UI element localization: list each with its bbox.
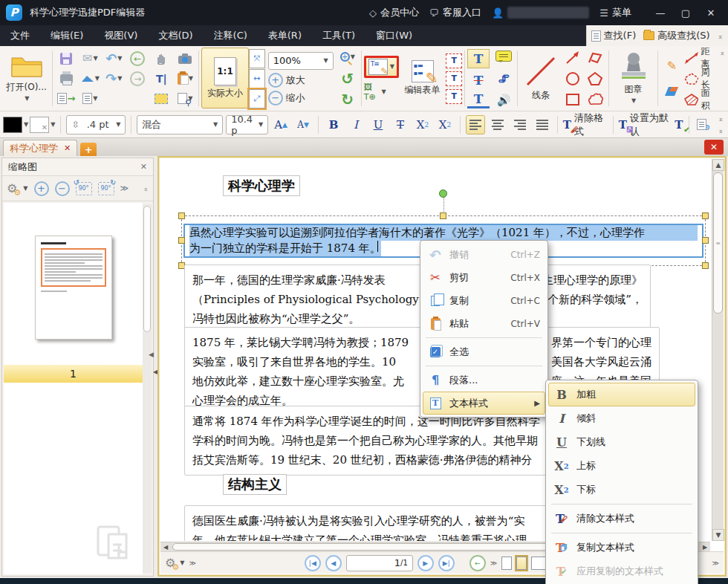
submenu-italic[interactable]: I 倾斜 — [548, 406, 695, 430]
decrease-font-button[interactable]: A▼ — [293, 115, 313, 134]
align-left-button[interactable] — [466, 115, 485, 134]
annotation-select-button[interactable] — [150, 89, 172, 108]
close-document-button[interactable]: ✕ — [704, 140, 724, 155]
cloud-tool-button[interactable] — [584, 90, 606, 109]
context-undo[interactable]: ↶ 撤销 Ctrl+Z — [423, 243, 545, 266]
export-button[interactable]: → — [55, 89, 77, 108]
context-copy[interactable]: 复制 Ctrl+C — [423, 289, 545, 312]
fit-page-button[interactable]: ⤧ — [249, 49, 265, 68]
rotate-cw-button[interactable]: ↻ — [337, 90, 359, 109]
context-cut[interactable]: ✂ 剪切 Ctrl+X — [423, 266, 545, 289]
collapse-down-icon[interactable]: ⌅ — [718, 127, 724, 134]
audio-comment-button[interactable]: 🔊 — [493, 91, 515, 109]
redo-button[interactable]: ↷▼ — [103, 69, 125, 88]
submenu-copy-style[interactable]: T🗍 复制文本样式 — [548, 536, 695, 559]
resize-handle-ml[interactable] — [178, 237, 185, 244]
context-paragraph[interactable]: ¶ 段落... — [423, 369, 545, 392]
scan-button[interactable]: ▼ — [79, 69, 101, 88]
menu-window[interactable]: 窗口(W) — [365, 25, 423, 46]
arrow-tool-button[interactable] — [562, 48, 584, 68]
set-default-button[interactable]: T🖫 设置为默认 — [619, 111, 672, 138]
new-tab-button[interactable]: + — [80, 143, 97, 156]
resize-handle-tl[interactable] — [178, 212, 185, 219]
menu-view[interactable]: 视图(V) — [94, 25, 148, 46]
first-page-button[interactable]: |◀ — [305, 555, 321, 571]
line-tool-button[interactable]: 线条 — [520, 48, 562, 108]
text-color-swatch[interactable] — [3, 117, 22, 133]
menu-tools[interactable]: 工具(T) — [312, 25, 365, 46]
zoom-select[interactable]: 100%▼ — [268, 52, 334, 70]
go-back-button[interactable]: ← — [126, 49, 149, 68]
strikeout-text-button[interactable]: T — [467, 71, 490, 90]
next-page-button[interactable]: ▶ — [417, 555, 434, 571]
sticky-note-button[interactable] — [493, 48, 515, 65]
strikethrough-button[interactable]: T — [391, 115, 410, 134]
vertical-scrollbar[interactable]: ▲ ≡ ▼ — [712, 159, 724, 541]
subscript-button[interactable]: X2 — [413, 115, 432, 134]
submenu-superscript[interactable]: X2 上标 — [548, 454, 695, 478]
measure-area-button[interactable]: 面积 — [684, 90, 718, 109]
two-page-view-button[interactable] — [531, 557, 546, 570]
last-page-button[interactable]: ▶| — [438, 555, 455, 571]
menu-document[interactable]: 文档(D) — [148, 25, 203, 46]
undo-button[interactable]: ↶▼ — [103, 49, 125, 68]
underline-button[interactable]: U — [368, 115, 388, 134]
continuous-view-button[interactable] — [516, 557, 527, 570]
thumb-zoom-in-button[interactable]: + — [34, 181, 49, 196]
submenu-underline[interactable]: U 下划线 — [548, 430, 695, 454]
paste-button[interactable]: ▼ — [174, 69, 196, 88]
rotate-left-button[interactable]: 90° — [76, 182, 92, 195]
submenu-bold[interactable]: B 加粗 — [548, 383, 695, 406]
attach-file-button[interactable]: 🖇 — [493, 70, 515, 88]
panel-close-icon[interactable]: ✕ — [140, 162, 147, 172]
eraser-tool-button[interactable] — [660, 82, 683, 101]
zoom-in-button[interactable]: +放大 — [268, 73, 334, 88]
scroll-up-arrow[interactable]: ▲ — [712, 159, 724, 171]
submenu-apply-style[interactable]: T✔ 应用复制的文本样式 — [548, 559, 695, 583]
underline-text-button[interactable]: T — [467, 92, 490, 108]
more-tools-icon[interactable]: ≫ — [120, 184, 129, 193]
email-button[interactable]: ✉▼ — [79, 49, 101, 68]
rotate-right-button[interactable]: 90° — [98, 182, 114, 195]
prev-page-button[interactable]: ◀ — [325, 555, 342, 571]
font-family-select[interactable]: 混合▼ — [137, 115, 223, 134]
panel-options-button[interactable]: ⚙ — [7, 181, 17, 195]
stamp-button[interactable]: 图章 ▼ — [611, 48, 656, 108]
maximize-button[interactable]: ▢ — [675, 4, 697, 22]
support-button[interactable]: 🗩 客服入口 — [429, 6, 481, 19]
fill-color-swatch[interactable]: ✕ — [30, 117, 49, 133]
submenu-clear-style[interactable]: T🖌 清除文本样式 — [548, 507, 695, 531]
thumb-zoom-out-button[interactable]: − — [55, 181, 70, 196]
rotate-ccw-button[interactable]: ↺ — [337, 69, 359, 88]
context-text-style[interactable]: T 文本样式 ▶ — [423, 392, 545, 415]
align-center-button[interactable] — [488, 115, 507, 134]
resize-handle-mr[interactable] — [702, 237, 709, 244]
menu-edit[interactable]: 编辑(E) — [40, 25, 94, 46]
vertical-scroll-thumb[interactable]: ≡ — [713, 172, 723, 314]
collapse-icon[interactable]: ≫ — [712, 559, 719, 567]
document-tab[interactable]: 科学心理学 ✕ — [3, 140, 77, 156]
sidebar-scrollbar[interactable] — [143, 204, 152, 573]
tab-close-icon[interactable]: ✕ — [64, 143, 71, 153]
polygon-tool-button[interactable] — [584, 69, 606, 88]
member-center-button[interactable]: ◇ 会员中心 — [369, 6, 419, 19]
text-field-ocr-button[interactable]: T — [446, 53, 462, 68]
font-size-select[interactable]: 10.4 p▼ — [226, 115, 268, 134]
doc-heading-2[interactable]: 结构主义 — [223, 474, 287, 495]
pencil-tool-button[interactable]: ✎ — [660, 56, 683, 76]
scroll-down-arrow[interactable]: ▼ — [712, 529, 724, 541]
hand-tool-button[interactable] — [150, 49, 172, 68]
page-thumbnail[interactable] — [35, 236, 112, 340]
edit-form-button[interactable]: 编辑表单 — [399, 48, 446, 108]
page-number-input[interactable]: 1/1 — [346, 555, 413, 571]
stroke-width-select[interactable]: ⇳.4 pt▼ — [66, 115, 126, 134]
properties-button[interactable]: ⚙ — [694, 115, 713, 134]
apply-style-button[interactable]: T✔ — [675, 118, 683, 132]
add-image-text-button[interactable]: 🖼T⊕▼ — [364, 82, 386, 102]
page-options-button[interactable]: ⚙ — [165, 556, 175, 570]
previous-view-button[interactable]: ← — [469, 555, 486, 571]
align-justify-button[interactable] — [533, 115, 552, 134]
typewriter-button[interactable]: T — [467, 49, 490, 68]
clear-format-button[interactable]: T🖌 清除格式 — [563, 111, 608, 138]
context-select-all[interactable]: ✓ 全选 — [423, 340, 545, 363]
